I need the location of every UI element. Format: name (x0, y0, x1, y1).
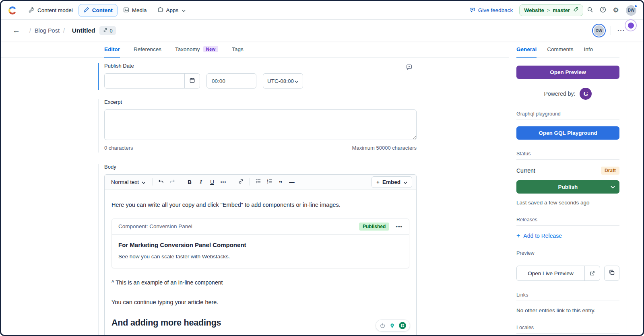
copy-url-button[interactable] (604, 266, 619, 281)
editor-tabs: Editor References Taxonomy New Tags (1, 41, 509, 58)
tab-tags[interactable]: Tags (232, 41, 244, 58)
links-section-label: Links (516, 292, 619, 301)
settings-button[interactable]: ⚙ (610, 4, 622, 16)
embedded-entry-menu[interactable]: ••• (396, 223, 402, 229)
copy-icon (609, 269, 615, 277)
sidebar-tabs: General Comments Info (516, 41, 619, 58)
bullet-list-button[interactable] (253, 177, 263, 187)
embedded-entry-card[interactable]: Component: Conversion Panel Published ••… (111, 219, 409, 268)
tab-editor[interactable]: Editor (104, 41, 120, 58)
body-label: Body (104, 164, 417, 170)
collaborator-avatar[interactable]: DW (594, 25, 604, 36)
horizontal-rule-button[interactable]: — (287, 177, 297, 187)
redo-button[interactable] (167, 177, 178, 187)
chevron-down-icon (142, 179, 146, 185)
open-live-preview-button[interactable]: Open Live Preview (516, 266, 600, 281)
tab-references-label: References (134, 46, 161, 52)
lightbulb-icon[interactable] (389, 323, 395, 329)
publish-button[interactable]: Publish (516, 180, 619, 194)
scrollbar-gutter[interactable] (627, 41, 643, 335)
add-comment-icon[interactable] (406, 64, 413, 72)
italic-button[interactable]: I (196, 177, 206, 187)
give-feedback-link[interactable]: Give feedback (469, 7, 513, 14)
max-characters: Maximum 50000 characters (352, 145, 417, 151)
body-field: Body Normal text B I (98, 164, 417, 335)
nav-media[interactable]: Media (118, 4, 152, 17)
chevron-down-icon (295, 78, 299, 84)
excerpt-textarea[interactable] (104, 109, 417, 140)
help-button[interactable]: ? (597, 4, 609, 16)
back-button[interactable]: ← (12, 26, 20, 35)
rich-text-editor: Normal text B I U ••• (104, 174, 417, 335)
embedded-entry-body: For Marketing Conversion Panel Component… (112, 235, 409, 268)
sidebar-tab-info-label: Info (584, 46, 593, 52)
timezone-select[interactable]: UTC-08:00 (263, 73, 303, 89)
embed-button[interactable]: + Embed (372, 176, 412, 188)
entry-title: Untitled (72, 27, 95, 34)
space-environment-badge[interactable]: Website > master (519, 4, 583, 16)
current-label: Current (516, 167, 535, 174)
numbered-list-button[interactable]: 123 (264, 177, 275, 187)
nav-apps[interactable]: Apps (153, 4, 191, 17)
nav-media-label: Media (132, 7, 147, 13)
excerpt-field: Excerpt 0 characters Maximum 50000 chara… (98, 99, 417, 153)
hyperlink-icon (238, 178, 244, 186)
paragraph-style-dropdown[interactable]: Normal text (108, 177, 149, 187)
open-gql-playground-button[interactable]: Open GQL Playground (516, 126, 619, 140)
nav-content-model[interactable]: Content model (24, 4, 78, 17)
media-icon (123, 7, 129, 14)
calendar-button[interactable] (184, 74, 200, 88)
search-button[interactable] (584, 4, 596, 16)
grammarly-icon[interactable]: G (399, 322, 406, 329)
entry-actions-menu[interactable]: ··· (617, 27, 625, 34)
underline-button[interactable]: U (207, 177, 217, 187)
external-link-icon[interactable] (584, 266, 600, 280)
open-preview-button[interactable]: Open Preview (516, 66, 619, 79)
give-feedback-label: Give feedback (478, 7, 513, 13)
sidebar-tab-general[interactable]: General (516, 41, 537, 58)
assistant-widget-icon[interactable] (625, 19, 637, 31)
svg-text:?: ? (602, 8, 604, 12)
date-input[interactable] (105, 74, 184, 88)
tab-tags-label: Tags (232, 46, 244, 52)
chevron-down-icon[interactable] (611, 186, 615, 188)
quote-button[interactable]: ” (275, 177, 286, 187)
nav-content-model-label: Content model (37, 7, 73, 13)
status-badge: Published (359, 223, 389, 231)
environment-name: master (553, 7, 570, 13)
releases-section-label: Releases (516, 217, 619, 226)
embedded-entry-description: See how you can scale faster with Websta… (118, 254, 402, 260)
undo-button[interactable] (156, 177, 166, 187)
publish-date-inputs: UTC-08:00 (104, 73, 417, 89)
hyperlink-button[interactable] (235, 177, 246, 187)
body-paragraph: Here you can write all your copy and cli… (111, 201, 409, 210)
sidebar-tab-info[interactable]: Info (584, 41, 593, 58)
more-formatting-button[interactable]: ••• (218, 177, 229, 187)
add-to-release-label: Add to Release (523, 233, 562, 239)
time-input[interactable] (206, 73, 256, 89)
sidebar-tab-general-label: General (516, 46, 537, 52)
tab-taxonomy[interactable]: Taxonomy New (175, 41, 218, 58)
embedded-entry-header-right: Published ••• (359, 223, 402, 231)
plus-icon: + (376, 179, 380, 185)
chevron-down-icon (182, 7, 186, 13)
entry-links-count[interactable]: 0 (99, 26, 116, 35)
gatsby-icon: G (580, 88, 592, 100)
editor-content-area[interactable]: Here you can write all your copy and cli… (105, 190, 416, 335)
nav-content[interactable]: Content (78, 4, 118, 17)
bold-button[interactable]: B (184, 177, 195, 187)
excerpt-label: Excerpt (104, 99, 417, 105)
breadcrumb-content-type[interactable]: Blog Post (35, 27, 60, 34)
entry-header-right: DW ··· (594, 25, 625, 36)
add-to-release-link[interactable]: + Add to Release (516, 233, 619, 239)
space-env-separator: > (547, 7, 550, 13)
tab-references[interactable]: References (134, 41, 161, 58)
sidebar-tab-comments[interactable]: Comments (547, 41, 573, 58)
contentful-logo[interactable] (5, 3, 20, 18)
new-badge: New (203, 46, 219, 52)
apps-icon (157, 7, 163, 14)
entry-header: ← / Blog Post / Untitled 0 DW ··· (1, 20, 643, 41)
live-preview-row: Open Live Preview (516, 266, 619, 281)
user-menu[interactable]: DW (626, 5, 636, 16)
power-icon[interactable] (380, 323, 386, 329)
